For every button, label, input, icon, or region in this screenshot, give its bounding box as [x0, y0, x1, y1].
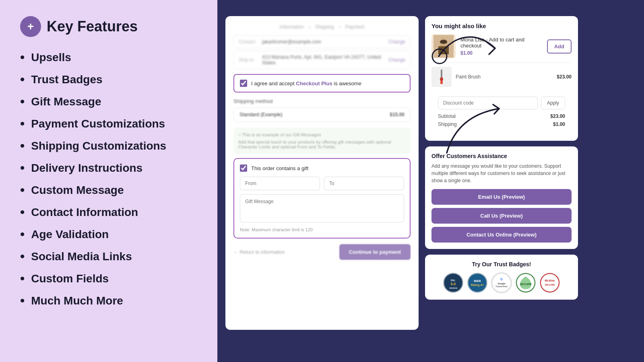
svg-text:SECURE: SECURE — [520, 283, 532, 286]
left-title: Key Features — [47, 18, 138, 35]
svg-point-4 — [440, 40, 447, 44]
apply-button[interactable]: Apply — [541, 97, 565, 109]
checkout-actions: ← Return to information Continue to paym… — [233, 244, 411, 260]
continue-button[interactable]: Continue to payment — [339, 244, 411, 260]
list-item: Trust Badges — [20, 72, 197, 87]
svg-text:BBB: BBB — [474, 279, 481, 283]
svg-text:Trusted Store: Trusted Store — [495, 286, 508, 288]
upsell-title: You might also like — [431, 23, 572, 29]
gift-message-section: This order contains a gift Note: Maximum… — [233, 158, 411, 239]
svg-text:McAfee: McAfee — [545, 279, 555, 282]
paintbrush-image — [431, 67, 452, 87]
upsell-add-button[interactable]: Add — [547, 39, 572, 53]
svg-rect-5 — [438, 46, 449, 54]
right-side-panel: You might also like Mona Lisa - — [425, 16, 578, 300]
ship-to-change-link[interactable]: Change — [388, 57, 405, 63]
svg-text:SECURE: SECURE — [545, 284, 555, 286]
trust-badge-bbb: BBB Rating A+ — [467, 272, 488, 293]
svg-text:G: G — [500, 277, 503, 281]
svg-rect-6 — [441, 70, 442, 78]
shipping-option[interactable]: Standard (Example) $15.00 — [233, 107, 411, 122]
contact-row: Contact jakartiromer@example.com Change — [233, 35, 411, 48]
ship-to-row: Ship to 413 Mariana Ports, Apt. 841, Eas… — [233, 51, 411, 69]
trust-badge-mcafee: McAfee SECURE — [539, 272, 560, 293]
agree-checkbox[interactable] — [240, 80, 247, 87]
trust-title: Try Our Trust Badges! — [431, 261, 572, 267]
gift-label: This order contains a gift — [251, 165, 308, 171]
upsell-item-info: Mona Lisa - Add to cart and checkout $1.… — [460, 37, 542, 56]
svg-rect-8 — [440, 81, 443, 84]
gift-from-input[interactable] — [240, 177, 320, 190]
list-item: Social Media Links — [20, 249, 197, 264]
right-panel: Information › Shipping › Payment Contact… — [217, 0, 644, 362]
left-header: + Key Features — [20, 16, 197, 37]
checkout-panel: Information › Shipping › Payment Contact… — [225, 16, 419, 330]
contact-change-link[interactable]: Change — [388, 39, 405, 45]
features-list: Upsells Trust Badges Gift Message Paymen… — [20, 50, 197, 308]
gift-message-textarea[interactable] — [240, 194, 404, 222]
checkout-plus-link[interactable]: Checkout Plus — [296, 80, 332, 86]
svg-text:Google: Google — [498, 282, 506, 285]
svg-text:Rating A+: Rating A+ — [471, 284, 484, 287]
mona-lisa-icon — [433, 35, 454, 58]
list-item: Shipping Customizations — [20, 138, 197, 153]
upsell-item-price: $1.00 — [460, 50, 542, 56]
svg-text:5.0: 5.0 — [451, 282, 456, 286]
return-link[interactable]: ← Return to information — [233, 249, 285, 255]
agree-text: I agree and accept Checkout Plus is awes… — [251, 80, 361, 86]
agree-checkbox-row[interactable]: I agree and accept Checkout Plus is awes… — [233, 74, 411, 93]
gift-checkbox[interactable] — [240, 165, 247, 172]
trust-card: Try Our Trust Badges! Inc. 5.0 ★★★★★ — [425, 255, 578, 300]
gift-background-text: ○ This is an example of our Gift Message… — [233, 128, 411, 154]
gift-checkbox-row[interactable]: This order contains a gift — [240, 165, 404, 172]
paintbrush-icon — [433, 69, 450, 85]
left-panel: + Key Features Upsells Trust Badges Gift… — [0, 0, 217, 362]
list-item: Much Much More — [20, 293, 197, 308]
list-item: Custom Fields — [20, 271, 197, 286]
svg-text:Inc.: Inc. — [451, 279, 456, 282]
upsell-item-name: Mona Lisa - Add to cart and checkout — [460, 37, 542, 49]
svg-text:★★★★★: ★★★★★ — [449, 287, 458, 289]
content-area: Information › Shipping › Payment Contact… — [225, 8, 636, 354]
upsell-item-1: Mona Lisa - Add to cart and checkout $1.… — [431, 34, 572, 58]
trust-badges: Inc. 5.0 ★★★★★ BBB Rating A+ — [431, 272, 572, 293]
assistance-description: Add any message you would like to your c… — [431, 162, 572, 184]
list-item: Delivery Instructions — [20, 160, 197, 175]
checkout-blurred-top: Information › Shipping › Payment Contact… — [233, 24, 411, 69]
svg-point-13 — [468, 274, 487, 292]
upsell-item-image — [431, 34, 456, 58]
shipping-row: Shipping $1.00 — [438, 121, 565, 127]
trust-badge-google: G Google Trusted Store — [491, 272, 512, 293]
list-item: Gift Message — [20, 94, 197, 109]
subtotal-row: Subtotal $23.00 — [438, 113, 565, 119]
order-summary: Apply Subtotal $23.00 Shipping $1.00 — [431, 92, 572, 134]
assistance-card: Offer Customers Assistance Add any messa… — [425, 146, 578, 249]
paintbrush-price: $23.00 — [557, 74, 572, 80]
svg-point-22 — [541, 274, 559, 292]
list-item: Custom Message — [20, 183, 197, 197]
list-item: Payment Customizations — [20, 116, 197, 131]
trust-badge-greenguard: SECURE — [515, 272, 536, 293]
breadcrumb: Information › Shipping › Payment — [233, 24, 411, 30]
discount-row: Apply — [438, 97, 565, 109]
upsell-card: You might also like Mona Lisa - — [425, 16, 578, 141]
trust-badge-inc: Inc. 5.0 ★★★★★ — [443, 272, 464, 293]
contact-online-button[interactable]: Contact Us Online (Preview) — [431, 227, 572, 243]
list-item: Age Validation — [20, 227, 197, 242]
paintbrush-name: Paint Brush — [456, 74, 553, 80]
svg-point-7 — [440, 77, 443, 81]
list-item: Upsells — [20, 50, 197, 65]
gift-note: Note: Maximum character limit is 120 — [240, 227, 404, 232]
call-us-button[interactable]: Call Us (Preview) — [431, 208, 572, 224]
list-item: Contact Information — [20, 205, 197, 220]
assistance-title: Offer Customers Assistance — [431, 153, 572, 159]
plus-icon: + — [20, 16, 41, 37]
gift-from-to — [240, 177, 404, 190]
shipping-section: Shipping method Standard (Example) $15.0… — [233, 98, 411, 122]
discount-input[interactable] — [438, 97, 538, 109]
upsell-item-2: Paint Brush $23.00 — [431, 62, 572, 87]
gift-to-input[interactable] — [324, 177, 404, 190]
email-us-button[interactable]: Email Us (Preview) — [431, 189, 572, 205]
